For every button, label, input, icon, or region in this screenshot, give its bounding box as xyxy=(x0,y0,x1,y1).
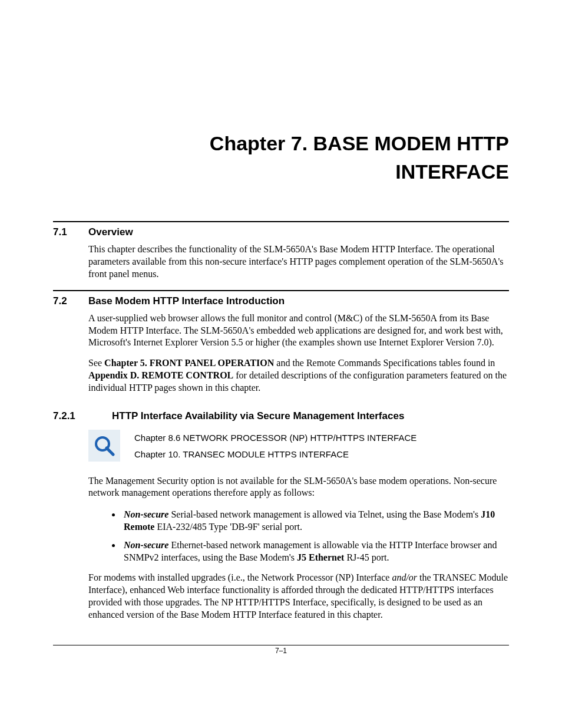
chapter-title-line2: INTERFACE xyxy=(395,160,509,183)
reference-line: Chapter 10. TRANSEC MODULE HTTPS INTERFA… xyxy=(134,446,416,463)
magnifier-icon xyxy=(88,430,120,462)
paragraph: A user-supplied web browser allows the f… xyxy=(88,312,509,349)
section-number: 7.2 xyxy=(53,295,88,308)
bold-italic-text: Non-secure xyxy=(124,540,168,550)
chapter-title-line1: Chapter 7. BASE MODEM HTTP xyxy=(210,132,509,154)
svg-line-1 xyxy=(107,448,113,454)
section-number: 7.1 xyxy=(53,226,88,239)
section-7-2-1-body: The Management Security option is not av… xyxy=(88,475,509,500)
footer-rule xyxy=(53,645,509,645)
page-number: 7–1 xyxy=(53,647,509,656)
italic-text: and/or xyxy=(392,572,417,582)
bullet-list: Non-secure Serial-based network manageme… xyxy=(88,509,509,564)
reference-lines: Chapter 8.6 NETWORK PROCESSOR (NP) HTTP/… xyxy=(134,430,416,463)
list-item: Non-secure Ethernet-based network manage… xyxy=(121,539,509,564)
section-title: Base Modem HTTP Interface Introduction xyxy=(88,295,285,308)
section-7-2-heading: 7.2 Base Modem HTTP Interface Introducti… xyxy=(53,295,509,308)
bold-text: Appendix D. REMOTE CONTROL xyxy=(88,370,233,380)
section-number: 7.2.1 xyxy=(53,410,112,423)
reference-line: Chapter 8.6 NETWORK PROCESSOR (NP) HTTP/… xyxy=(134,430,416,447)
paragraph: This chapter describes the functionality… xyxy=(88,243,509,280)
section-title: Overview xyxy=(88,226,133,239)
bold-text: Chapter 5. FRONT PANEL OPERATION xyxy=(104,358,274,368)
paragraph: See Chapter 5. FRONT PANEL OPERATION and… xyxy=(88,357,509,394)
section-rule xyxy=(53,221,509,222)
section-rule xyxy=(53,290,509,291)
section-7-1-heading: 7.1 Overview xyxy=(53,226,509,239)
paragraph: The Management Security option is not av… xyxy=(88,475,509,500)
list-item: Non-secure Serial-based network manageme… xyxy=(121,509,509,533)
chapter-title: Chapter 7. BASE MODEM HTTP INTERFACE xyxy=(53,130,509,186)
bold-italic-text: Non-secure xyxy=(124,509,168,519)
section-title: HTTP Interface Availability via Secure M… xyxy=(112,410,404,423)
reference-note: Chapter 8.6 NETWORK PROCESSOR (NP) HTTP/… xyxy=(88,430,509,463)
paragraph: For modems with installed upgrades (i.e.… xyxy=(88,572,509,621)
section-7-1-body: This chapter describes the functionality… xyxy=(88,243,509,280)
section-7-2-1-body-2: For modems with installed upgrades (i.e.… xyxy=(88,572,509,621)
section-7-2-1-heading: 7.2.1 HTTP Interface Availability via Se… xyxy=(53,410,509,423)
section-7-2-body: A user-supplied web browser allows the f… xyxy=(88,312,509,394)
bold-text: J5 Ethernet xyxy=(297,552,344,562)
